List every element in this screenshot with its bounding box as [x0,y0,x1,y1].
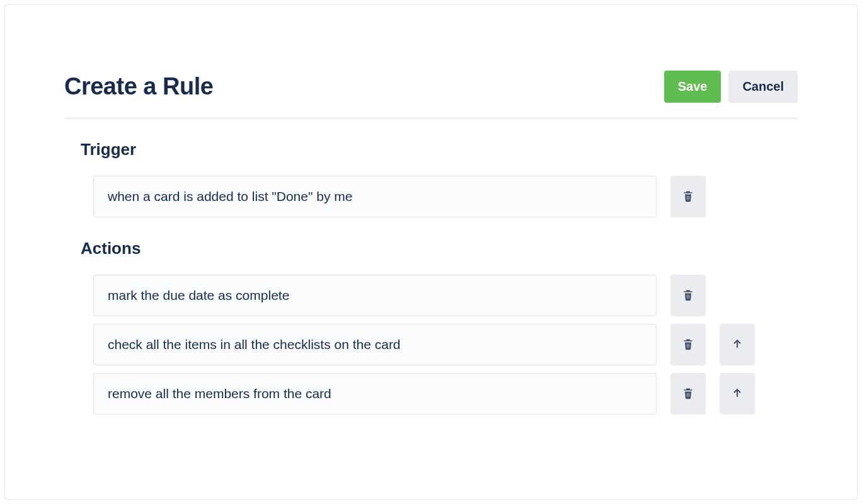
move-up-button[interactable] [720,373,755,415]
main-container: Create a Rule Save Cancel Trigger when a… [5,5,857,415]
actions-heading: Actions [81,239,798,258]
trash-icon [682,289,694,303]
action-row: remove all the members from the card [93,373,798,415]
delete-action-button[interactable] [670,373,706,415]
arrow-up-icon [731,338,744,352]
trash-icon [682,338,694,352]
action-row: check all the items in all the checklist… [93,324,798,365]
trigger-row: when a card is added to list "Done" by m… [93,176,798,217]
cancel-button[interactable]: Cancel [728,71,798,103]
app-frame: Create a Rule Save Cancel Trigger when a… [4,4,858,500]
save-button[interactable]: Save [664,71,721,103]
trigger-heading: Trigger [81,140,798,159]
action-row: mark the due date as complete [93,275,798,316]
delete-action-button[interactable] [670,324,706,365]
action-statement: check all the items in all the checklist… [93,324,657,365]
arrow-up-icon [731,387,744,401]
delete-action-button[interactable] [670,275,706,316]
page-title: Create a Rule [64,73,213,100]
action-statement: mark the due date as complete [93,275,657,316]
trigger-section: Trigger when a card is added to list "Do… [64,140,798,217]
actions-section: Actions mark the due date as completeche… [64,239,798,415]
delete-trigger-button[interactable] [670,176,706,217]
trash-icon [682,190,694,204]
header-buttons: Save Cancel [664,71,798,103]
trash-icon [682,387,694,401]
header: Create a Rule Save Cancel [64,71,798,118]
trigger-statement: when a card is added to list "Done" by m… [93,176,657,217]
action-statement: remove all the members from the card [93,373,657,415]
move-up-button[interactable] [720,324,755,365]
